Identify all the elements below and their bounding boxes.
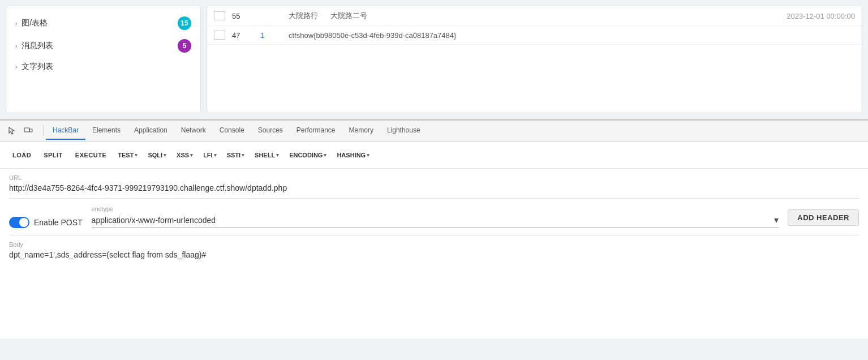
- tab-elements[interactable]: Elements: [85, 122, 127, 140]
- tab-icon-group: [5, 123, 36, 139]
- enctype-value[interactable]: application/x-www-form-urlencoded: [92, 216, 775, 225]
- enable-post-label: Enable POST: [34, 218, 83, 227]
- test-dropdown[interactable]: TEST ▾: [113, 148, 142, 162]
- chevron-right-icon: ›: [15, 20, 17, 27]
- sidebar-item-label-2: 消息列表: [22, 41, 178, 51]
- device-icon[interactable]: [20, 123, 36, 139]
- tab-divider: [43, 125, 44, 136]
- execute-button[interactable]: EXECUTE: [70, 148, 112, 162]
- tab-network[interactable]: Network: [174, 122, 213, 140]
- badge-table: 15: [178, 16, 191, 30]
- chevron-right-icon-3: ›: [15, 64, 17, 70]
- encoding-chevron-down-icon: ▾: [324, 152, 326, 158]
- col-num-2: 1: [260, 31, 289, 40]
- table-row-2[interactable]: 47 1 ctfshow{bb98050e-c53d-4feb-939d-ca0…: [207, 26, 862, 45]
- lfi-dropdown[interactable]: LFI ▾: [199, 148, 221, 162]
- body-value[interactable]: dpt_name=1',sds_address=(select flag fro…: [9, 250, 859, 259]
- hackbar-content: URL http://d3e4a755-8264-4fc4-9371-99921…: [0, 169, 868, 338]
- hashing-dropdown[interactable]: HASHING ▾: [332, 148, 374, 162]
- devtools-panel: HackBar Elements Application Network Con…: [0, 119, 868, 338]
- col-date: 2023-12-01 00:00:00: [753, 12, 855, 20]
- sqli-dropdown[interactable]: SQLI ▾: [143, 148, 171, 162]
- data-table: 55 大院路行 大院路二号 2023-12-01 00:00:00 47 1 c…: [207, 6, 862, 113]
- shell-chevron-down-icon: ▾: [276, 152, 279, 158]
- row-checkbox-2[interactable]: [214, 31, 225, 40]
- enable-post-group: Enable POST: [9, 205, 83, 228]
- add-header-button[interactable]: ADD HEADER: [788, 209, 859, 226]
- sidebar-item-messages[interactable]: › 消息列表 5: [6, 35, 200, 57]
- devtools-tabs-bar: HackBar Elements Application Network Con…: [0, 120, 868, 142]
- table-row[interactable]: 55 大院路行 大院路二号 2023-12-01 00:00:00: [207, 6, 862, 26]
- badge-messages: 5: [178, 39, 191, 53]
- tab-memory[interactable]: Memory: [342, 122, 380, 140]
- col-content-2: ctfshow{bb98050e-c53d-4feb-939d-ca08187a…: [289, 31, 753, 40]
- post-row: Enable POST enctype application/x-www-fo…: [9, 199, 859, 235]
- tab-console[interactable]: Console: [213, 122, 251, 140]
- body-label: Body: [9, 241, 859, 248]
- enctype-group: enctype application/x-www-form-urlencode…: [92, 205, 779, 228]
- url-label: URL: [9, 174, 859, 181]
- shell-dropdown[interactable]: SHELL ▾: [250, 148, 283, 162]
- sidebar-item-text[interactable]: › 文字列表: [6, 57, 200, 76]
- sidebar-item-label: 图/表格: [22, 18, 178, 28]
- col-content1: 大院路行 大院路二号: [289, 11, 753, 21]
- test-chevron-down-icon: ▾: [135, 152, 137, 158]
- load-button[interactable]: LOAD: [7, 148, 37, 162]
- xss-chevron-down-icon: ▾: [190, 152, 193, 158]
- hashing-chevron-down-icon: ▾: [367, 152, 369, 158]
- ssti-chevron-down-icon: ▾: [242, 152, 244, 158]
- col-id-2: 47: [232, 31, 260, 40]
- inspect-icon[interactable]: [5, 123, 20, 139]
- col-id: 55: [232, 12, 260, 20]
- enctype-label: enctype: [92, 205, 779, 212]
- toggle-thumb: [19, 218, 28, 227]
- tab-lighthouse[interactable]: Lighthouse: [380, 122, 427, 140]
- svg-rect-1: [29, 129, 32, 132]
- row-checkbox[interactable]: [214, 11, 225, 20]
- tab-sources[interactable]: Sources: [251, 122, 290, 140]
- tab-application[interactable]: Application: [127, 122, 174, 140]
- tab-performance[interactable]: Performance: [290, 122, 342, 140]
- chevron-right-icon-2: ›: [15, 43, 17, 49]
- encoding-dropdown[interactable]: ENCODING ▾: [285, 148, 331, 162]
- xss-dropdown[interactable]: XSS ▾: [172, 148, 197, 162]
- sqli-chevron-down-icon: ▾: [164, 152, 166, 158]
- sidebar: › 图/表格 15 › 消息列表 5 › 文字列表: [6, 6, 201, 113]
- lfi-chevron-down-icon: ▾: [214, 152, 217, 158]
- split-button[interactable]: SPLIT: [38, 148, 68, 162]
- ssti-dropdown[interactable]: SSTI ▾: [222, 148, 249, 162]
- url-value[interactable]: http://d3e4a755-8264-4fc4-9371-999219793…: [9, 183, 859, 192]
- sidebar-item-label-3: 文字列表: [22, 62, 191, 72]
- hackbar-toolbar: LOAD SPLIT EXECUTE TEST ▾ SQLI ▾ XSS ▾ L…: [0, 142, 868, 169]
- tab-hackbar[interactable]: HackBar: [46, 122, 85, 140]
- url-field-group: URL http://d3e4a755-8264-4fc4-9371-99921…: [9, 169, 859, 199]
- svg-rect-0: [24, 128, 29, 132]
- sidebar-item-table[interactable]: › 图/表格 15: [6, 12, 200, 35]
- enctype-chevron-down-icon: ▾: [774, 215, 779, 225]
- enctype-select-wrapper: application/x-www-form-urlencoded ▾: [92, 215, 779, 228]
- body-field-group: Body dpt_name=1',sds_address=(select fla…: [9, 235, 859, 265]
- enable-post-toggle[interactable]: [9, 217, 29, 228]
